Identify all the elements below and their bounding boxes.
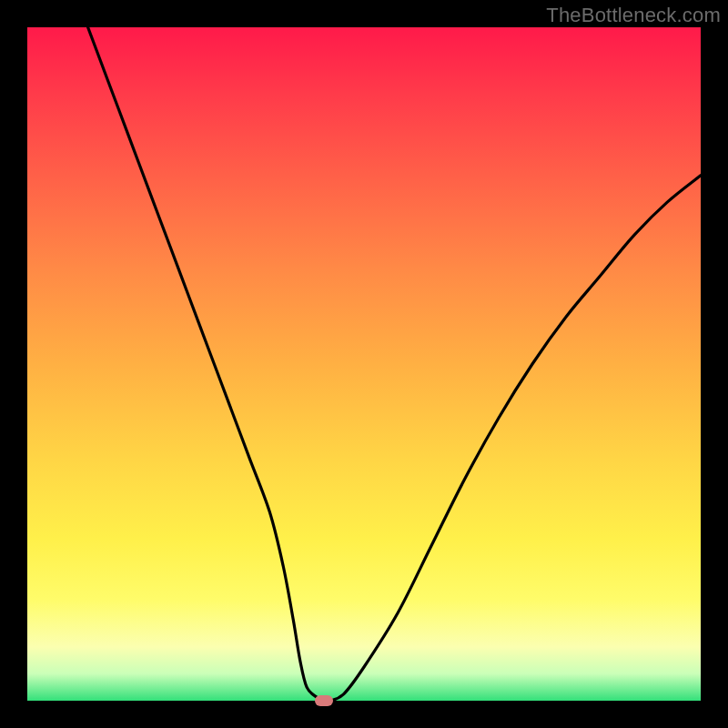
optimal-point-marker [315,695,333,706]
watermark-text: TheBottleneck.com [546,4,721,27]
chart-frame: TheBottleneck.com [0,0,728,728]
bottleneck-curve [27,27,701,701]
plot-area [27,27,701,701]
